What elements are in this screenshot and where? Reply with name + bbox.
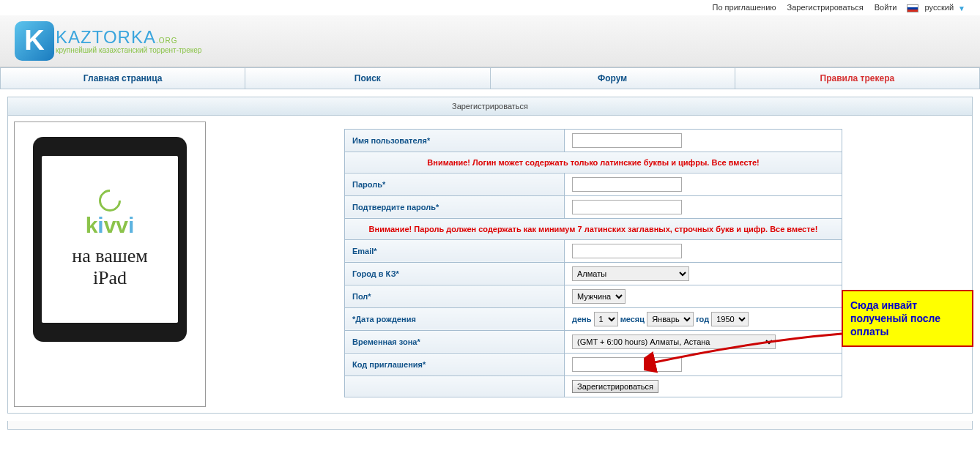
chevron-down-icon: ▼ [958, 4, 965, 12]
invite-code-input[interactable] [572, 357, 682, 372]
flag-icon [907, 4, 918, 12]
logo-text-suffix: .ORG [156, 37, 178, 45]
password-warning: Внимание! Пароль должен содержать как ми… [345, 218, 842, 239]
nav-rules[interactable]: Правила трекера [735, 68, 979, 89]
dob-label: *Дата рождения [345, 307, 565, 330]
logo-tagline: крупнейший казахстанский торрент-трекер [56, 46, 201, 54]
dob-day-select[interactable]: 1 [594, 312, 618, 326]
refresh-icon [94, 184, 125, 215]
page-title: Зарегистрироваться [8, 97, 972, 116]
email-label: Email* [345, 239, 565, 262]
city-select[interactable]: Алматы [572, 266, 689, 281]
timezone-select[interactable]: (GMT + 6:00 hours) Алматы, Астана [572, 334, 776, 349]
password-input[interactable] [572, 177, 682, 192]
nav-home[interactable]: Главная страница [1, 68, 245, 89]
nav-forum[interactable]: Форум [491, 68, 735, 89]
username-input[interactable] [572, 133, 682, 148]
confirm-password-label: Подтвердите пароль* [345, 195, 565, 218]
login-link[interactable]: Войти [875, 3, 897, 12]
login-warning: Внимание! Логин может содержать только л… [345, 152, 842, 173]
confirm-password-input[interactable] [572, 200, 682, 214]
logo-text-main: KAZTORKA [56, 27, 156, 47]
sidebar-ad[interactable]: kivvi на вашем iPad [14, 122, 206, 407]
site-logo[interactable]: K KAZTORKA.ORG крупнейший казахстанский … [15, 21, 965, 61]
city-label: Город в КЗ* [345, 262, 565, 285]
main-nav: Главная страница Поиск Форум Правила тре… [0, 67, 980, 89]
nav-search[interactable]: Поиск [245, 68, 490, 89]
timezone-label: Временная зона* [345, 330, 565, 353]
register-link[interactable]: Зарегистрироваться [787, 3, 864, 12]
username-label: Имя пользователя* [345, 129, 565, 152]
logo-icon: K [15, 21, 54, 61]
tablet-graphic: kivvi на вашем iPad [33, 137, 187, 342]
language-selector[interactable]: русский [925, 3, 954, 12]
invite-link[interactable]: По приглашению [713, 3, 776, 12]
annotation-callout: Сюда инвайт полученый после оплаты [842, 290, 973, 348]
dob-month-select[interactable]: Январь [647, 312, 694, 326]
email-input[interactable] [572, 244, 682, 258]
registration-form: Имя пользователя* Внимание! Логин может … [344, 129, 842, 397]
footer-bar [7, 421, 973, 430]
ad-text: на вашем iPad [72, 245, 147, 289]
submit-button[interactable]: Зарегистрироваться [572, 380, 658, 393]
ad-brand: kivvi [86, 213, 135, 238]
password-label: Пароль* [345, 173, 565, 195]
gender-label: Пол* [345, 285, 565, 307]
invite-code-label: Код приглашения* [345, 353, 565, 375]
gender-select[interactable]: Мужчина [572, 289, 626, 304]
dob-year-select[interactable]: 1950 [711, 312, 749, 326]
